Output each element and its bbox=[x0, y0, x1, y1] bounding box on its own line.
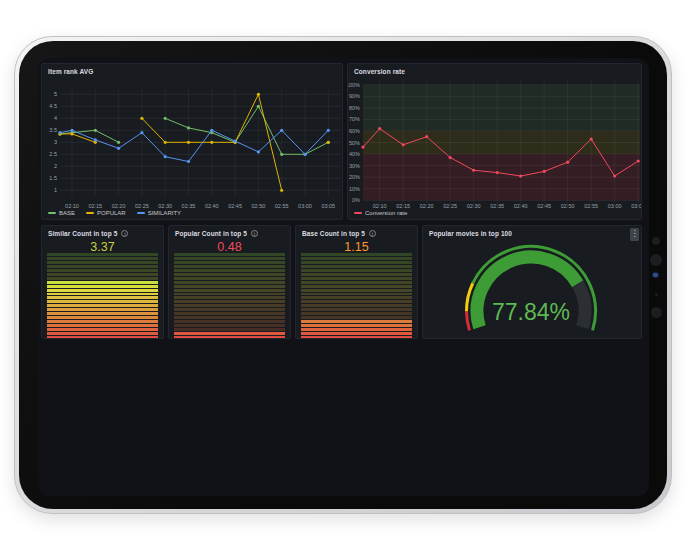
svg-text:1.5: 1.5 bbox=[49, 175, 57, 181]
svg-text:02:45: 02:45 bbox=[228, 203, 242, 209]
svg-text:02:40: 02:40 bbox=[205, 203, 219, 209]
panel-item-rank-avg: Item rank AVG 11.522.533.544.5502:1002:1… bbox=[41, 63, 343, 220]
legend-item[interactable]: SIMILARITY bbox=[137, 210, 181, 216]
bar-gauge-cell bbox=[301, 273, 412, 276]
bar-gauge-cell bbox=[301, 308, 412, 311]
panel-title-base-count[interactable]: Base Count in top 5 bbox=[302, 230, 365, 237]
bar-gauge-cell bbox=[174, 257, 285, 260]
bar-gauge-cell bbox=[301, 285, 412, 288]
bar-gauge-cell bbox=[47, 304, 158, 307]
bar-gauge-cell bbox=[47, 316, 158, 319]
panel-title-popular-count[interactable]: Popular Count in top 5 bbox=[175, 230, 247, 237]
popular-count-bar-gauge bbox=[174, 253, 285, 339]
bar-gauge-cell bbox=[47, 293, 158, 296]
bar-gauge-cell bbox=[174, 324, 285, 327]
bar-gauge-cell bbox=[47, 312, 158, 315]
legend-item[interactable]: BASE bbox=[48, 210, 75, 216]
svg-text:03:05: 03:05 bbox=[321, 203, 335, 209]
info-icon[interactable]: i bbox=[251, 230, 258, 237]
panel-title-conversion-rate[interactable]: Conversion rate bbox=[354, 68, 405, 75]
svg-text:3: 3 bbox=[54, 139, 57, 145]
bezel-detail-dot bbox=[650, 254, 662, 266]
svg-text:02:50: 02:50 bbox=[561, 203, 575, 209]
base-count-bar-gauge bbox=[301, 253, 412, 339]
svg-text:02:10: 02:10 bbox=[373, 203, 387, 209]
svg-text:03:05: 03:05 bbox=[631, 203, 642, 209]
info-icon[interactable]: i bbox=[121, 230, 128, 237]
panel-title-similar-count[interactable]: Similar Count in top 5 bbox=[48, 230, 117, 237]
legend-item[interactable]: Conversion rate bbox=[354, 210, 407, 216]
svg-text:4: 4 bbox=[54, 115, 57, 121]
bar-gauge-cell bbox=[174, 308, 285, 311]
svg-text:02:20: 02:20 bbox=[112, 203, 126, 209]
svg-text:77.84%: 77.84% bbox=[492, 299, 570, 325]
panel-conversion-rate: Conversion rate 0%10%20%30%40%50%60%70%8… bbox=[347, 63, 642, 220]
popular-movies-gauge: 77.84% bbox=[423, 226, 642, 339]
similar-count-bar-gauge bbox=[47, 253, 158, 339]
svg-text:02:55: 02:55 bbox=[584, 203, 598, 209]
legend-swatch bbox=[48, 212, 56, 214]
svg-text:70%: 70% bbox=[349, 116, 360, 122]
svg-text:50%: 50% bbox=[349, 140, 360, 146]
svg-text:02:25: 02:25 bbox=[443, 203, 457, 209]
tablet-bezel: Item rank AVG 11.522.533.544.5502:1002:1… bbox=[19, 41, 667, 509]
svg-text:0%: 0% bbox=[352, 197, 360, 203]
conversion-rate-legend: Conversion rate bbox=[354, 210, 407, 216]
bar-gauge-cell bbox=[301, 320, 412, 323]
bar-gauge-cell bbox=[301, 289, 412, 292]
bar-gauge-cell bbox=[47, 324, 158, 327]
bar-gauge-cell bbox=[301, 332, 412, 335]
bar-gauge-cell bbox=[301, 281, 412, 284]
svg-text:02:35: 02:35 bbox=[490, 203, 504, 209]
svg-text:02:10: 02:10 bbox=[65, 203, 79, 209]
svg-text:20%: 20% bbox=[349, 174, 360, 180]
svg-text:02:30: 02:30 bbox=[158, 203, 172, 209]
svg-text:02:55: 02:55 bbox=[275, 203, 289, 209]
bar-gauge-cell bbox=[301, 293, 412, 296]
svg-text:02:20: 02:20 bbox=[420, 203, 434, 209]
svg-text:1: 1 bbox=[54, 187, 57, 193]
bar-gauge-cell bbox=[174, 269, 285, 272]
bar-gauge-cell bbox=[47, 328, 158, 331]
legend-swatch bbox=[86, 212, 94, 214]
bar-gauge-cell bbox=[301, 324, 412, 327]
bar-gauge-cell bbox=[301, 277, 412, 280]
svg-text:60%: 60% bbox=[349, 128, 360, 134]
bar-gauge-cell bbox=[47, 265, 158, 268]
bar-gauge-cell bbox=[47, 281, 158, 284]
base-count-value: 1.15 bbox=[296, 240, 417, 254]
bezel-detail-dot bbox=[652, 237, 660, 245]
bar-gauge-cell bbox=[47, 300, 158, 303]
bar-gauge-cell bbox=[174, 277, 285, 280]
conversion-rate-chart: 0%10%20%30%40%50%60%70%80%90%100%02:1002… bbox=[348, 64, 642, 220]
svg-text:100%: 100% bbox=[348, 82, 360, 88]
svg-text:03:00: 03:00 bbox=[608, 203, 622, 209]
legend-swatch bbox=[354, 212, 362, 214]
bar-gauge-cell bbox=[47, 332, 158, 335]
bar-gauge-cell bbox=[174, 336, 285, 339]
svg-text:02:15: 02:15 bbox=[88, 203, 102, 209]
svg-text:02:50: 02:50 bbox=[252, 203, 266, 209]
panel-popular-count: Popular Count in top 5 i 0.48 bbox=[168, 225, 291, 339]
bar-gauge-cell bbox=[174, 261, 285, 264]
bar-gauge-cell bbox=[301, 316, 412, 319]
bar-gauge-cell bbox=[174, 273, 285, 276]
info-icon[interactable]: i bbox=[369, 230, 376, 237]
bar-gauge-cell bbox=[174, 316, 285, 319]
bar-gauge-cell bbox=[301, 265, 412, 268]
bezel-detail-dot bbox=[655, 293, 658, 296]
bar-gauge-cell bbox=[47, 289, 158, 292]
bar-gauge-cell bbox=[301, 300, 412, 303]
bar-gauge-cell bbox=[47, 269, 158, 272]
bezel-indicator-light bbox=[653, 273, 658, 277]
legend-item[interactable]: POPULAR bbox=[86, 210, 126, 216]
tablet-device-frame: Item rank AVG 11.522.533.544.5502:1002:1… bbox=[14, 36, 672, 514]
bar-gauge-cell bbox=[174, 300, 285, 303]
bar-gauge-cell bbox=[301, 257, 412, 260]
bar-gauge-cell bbox=[174, 328, 285, 331]
bar-gauge-cell bbox=[174, 293, 285, 296]
panel-title-item-rank-avg[interactable]: Item rank AVG bbox=[48, 68, 93, 75]
panel-menu-icon[interactable]: ⋮ bbox=[630, 228, 639, 241]
panel-title-popular-movies[interactable]: Popular movies in top 100 bbox=[429, 230, 512, 237]
bar-gauge-cell bbox=[174, 285, 285, 288]
